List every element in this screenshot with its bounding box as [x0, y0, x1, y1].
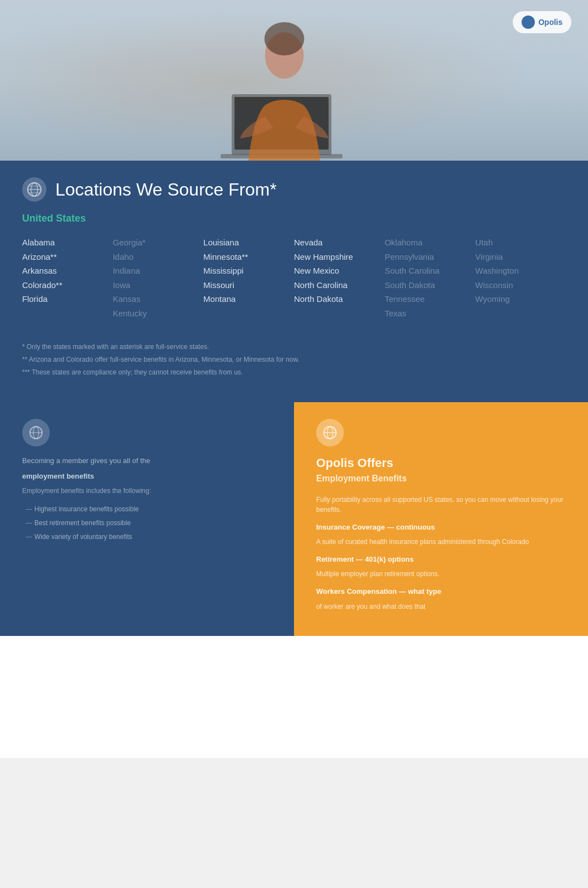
panel-right-text-4: of worker are you and what does that	[316, 602, 566, 612]
list-item: Utah	[475, 235, 566, 250]
list-item: North Carolina	[294, 278, 385, 292]
hero-section: Opolis	[0, 0, 588, 161]
logo-text: Opolis	[538, 18, 563, 27]
list-item: Virginia	[475, 250, 566, 264]
panel-right-icon	[316, 419, 344, 446]
panel-right-text-2: A suite of curated health insurance plan…	[316, 537, 566, 547]
panel-right-subtitle: Employment Benefits	[316, 474, 566, 484]
list-item: Iowa	[113, 278, 204, 292]
list-item: Kentucky	[113, 306, 204, 321]
region-label: United States	[22, 213, 566, 224]
list-item: Indiana	[113, 264, 204, 278]
states-col-2: Georgia* Idaho Indiana Iowa Kansas Kentu…	[113, 235, 204, 320]
logo-icon	[522, 16, 535, 29]
list-item: Highest insurance benefits possible	[28, 505, 272, 514]
list-item: Best retirement benefits possible	[28, 519, 272, 528]
list-item: Pennsylvania	[385, 250, 476, 264]
list-item: New Hampshire	[294, 250, 385, 264]
panel-left: Becoming a member gives you all of the e…	[0, 402, 294, 635]
panel-left-title: Becoming a member gives you all of the	[22, 455, 177, 466]
section-title: Locations We Source From*	[55, 179, 277, 200]
list-item: New Mexico	[294, 264, 385, 278]
states-col-4: Nevada New Hampshire New Mexico North Ca…	[294, 235, 385, 320]
list-item: South Carolina	[385, 264, 476, 278]
list-item: Alabama	[22, 235, 113, 250]
panel-right-text-1: Fully portability across all supported U…	[316, 495, 566, 515]
panel-right-highlight-3: Workers Compensation — what type	[316, 587, 566, 597]
list-item: North Dakota	[294, 292, 385, 306]
section-title-area: Locations We Source From*	[22, 177, 566, 202]
states-col-5: Oklahoma Pennsylvania South Carolina Sou…	[385, 235, 476, 320]
list-item: Idaho	[113, 250, 204, 264]
footnote-3: *** These states are compliance only; th…	[22, 368, 566, 377]
footnote-2: ** Arizona and Colorado offer full-servi…	[22, 355, 566, 365]
panel-left-title2: employment benefits	[22, 471, 177, 482]
list-item: Wide variety of voluntary benefits	[28, 532, 272, 542]
list-item: Minnesota**	[203, 250, 294, 264]
states-col-1: Alabama Arizona** Arkansas Colorado** Fl…	[22, 235, 113, 320]
list-item: Georgia*	[113, 235, 204, 250]
list-item: Arkansas	[22, 264, 113, 278]
bottom-panels: Becoming a member gives you all of the e…	[0, 402, 588, 635]
list-item: South Dakota	[385, 278, 476, 292]
list-item: Oklahoma	[385, 235, 476, 250]
logo-area: Opolis	[513, 11, 571, 33]
states-col-6: Utah Virginia Washington Wisconsin Wyomi…	[475, 235, 566, 320]
panel-right: Opolis Offers Employment Benefits Fully …	[294, 402, 588, 635]
footnote-1: * Only the states marked with an asteris…	[22, 342, 566, 352]
list-item: Texas	[385, 306, 476, 321]
panel-right-title: Opolis Offers	[316, 455, 566, 471]
panel-left-subtitle: Employment benefits includes the followi…	[22, 486, 188, 496]
panel-left-icon	[22, 419, 50, 446]
globe-icon	[22, 177, 47, 202]
list-item: Colorado**	[22, 278, 113, 292]
list-item: Mississippi	[203, 264, 294, 278]
list-item: Tennessee	[385, 292, 476, 306]
footer-space	[0, 636, 588, 758]
list-item: Missouri	[203, 278, 294, 292]
footnotes: * Only the states marked with an asteris…	[22, 337, 566, 377]
svg-point-4	[265, 22, 305, 55]
hero-illustration	[188, 6, 381, 161]
list-item: Nevada	[294, 235, 385, 250]
list-item: Montana	[203, 292, 294, 306]
panel-left-list: Highest insurance benefits possible Best…	[22, 505, 272, 541]
panel-right-highlight-1: Insurance Coverage — continuous	[316, 522, 566, 532]
list-item: Washington	[475, 264, 566, 278]
list-item: Wisconsin	[475, 278, 566, 292]
locations-section: Locations We Source From* United States …	[0, 161, 588, 402]
states-col-3: Louisiana Minnesota** Mississippi Missou…	[203, 235, 294, 320]
panel-right-text-3: Multiple employer plan retirement option…	[316, 569, 566, 579]
list-item: Louisiana	[203, 235, 294, 250]
list-item: Kansas	[113, 292, 204, 306]
list-item: Arizona**	[22, 250, 113, 264]
list-item: Wyoming	[475, 292, 566, 306]
list-item: Florida	[22, 292, 113, 306]
panel-right-highlight-2: Retirement — 401(k) options	[316, 555, 566, 564]
states-grid: Alabama Arizona** Arkansas Colorado** Fl…	[22, 235, 566, 320]
